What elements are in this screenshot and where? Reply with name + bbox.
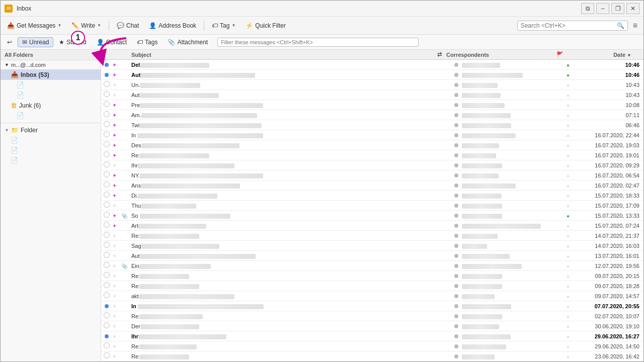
row-check[interactable] bbox=[101, 182, 112, 189]
row-check[interactable] bbox=[101, 121, 112, 129]
row-star[interactable]: ✦ bbox=[112, 303, 121, 310]
row-check[interactable] bbox=[101, 161, 112, 169]
row-check[interactable] bbox=[101, 212, 112, 219]
sidebar-item-other-sub1[interactable]: 📄 bbox=[1, 135, 101, 145]
email-row[interactable]: ✦ Re: ● 02.07.2020, 10:07 bbox=[101, 311, 643, 321]
row-check[interactable] bbox=[101, 352, 112, 360]
row-check[interactable] bbox=[101, 292, 112, 300]
address-book-button[interactable]: 👤 Address Book bbox=[144, 20, 201, 31]
row-star[interactable]: ✦ bbox=[112, 232, 121, 239]
search-icon[interactable]: 🔍 bbox=[617, 22, 624, 29]
row-star[interactable]: ✦ bbox=[112, 313, 121, 320]
row-star[interactable]: ✦ bbox=[112, 102, 121, 109]
row-check[interactable] bbox=[101, 312, 112, 320]
row-star[interactable]: ✦ bbox=[112, 283, 121, 290]
get-messages-button[interactable]: 📥 Get Messages ▼ bbox=[3, 20, 66, 31]
row-star[interactable]: ✦ bbox=[112, 81, 121, 88]
row-check[interactable] bbox=[101, 322, 112, 330]
email-row[interactable]: ✦ Aut ● 13.07.2020, 16:01 bbox=[101, 251, 643, 261]
search-box[interactable]: 🔍 bbox=[517, 21, 628, 31]
email-row[interactable]: ✦ 📎 Ein ● 12.07.2020, 19:56 bbox=[101, 261, 643, 271]
tag-button[interactable]: 🏷 Tag ▼ bbox=[207, 20, 240, 31]
row-check[interactable] bbox=[101, 192, 112, 199]
row-check[interactable] bbox=[101, 111, 112, 119]
row-star[interactable]: ✦ bbox=[112, 132, 121, 139]
row-check[interactable] bbox=[101, 333, 112, 340]
row-check[interactable] bbox=[101, 131, 112, 139]
date-column-header[interactable]: Date ▼ bbox=[565, 52, 635, 58]
row-star[interactable]: ✦ bbox=[112, 293, 121, 300]
email-row[interactable]: ✦ Re: ● 09.07.2020, 18:28 bbox=[101, 281, 643, 291]
row-star[interactable]: ✦ bbox=[112, 202, 121, 209]
date-sort-icon[interactable]: ▼ bbox=[627, 53, 631, 58]
row-star[interactable]: ✦ bbox=[112, 273, 121, 280]
sidebar-item-other[interactable]: ▼ 📁 Folder bbox=[1, 125, 101, 135]
tags-filter-button[interactable]: 🏷 Tags bbox=[132, 37, 162, 47]
row-star[interactable]: ✦ bbox=[112, 112, 121, 119]
row-star[interactable]: ✦ bbox=[112, 353, 121, 360]
row-check[interactable] bbox=[101, 222, 112, 229]
email-row[interactable]: ✦ Des ● 16.07.2020, 19:03 bbox=[101, 140, 643, 150]
close-button[interactable]: ✕ bbox=[626, 3, 639, 14]
sidebar-item-subfolder2[interactable]: 📄 bbox=[1, 90, 101, 100]
email-row[interactable]: ✦ Di. ● 15.07.2020, 18:33 bbox=[101, 191, 643, 201]
email-row[interactable]: ✦ Art ● 15.07.2020, 07:24 bbox=[101, 221, 643, 231]
row-check[interactable] bbox=[101, 71, 112, 78]
row-star[interactable]: ✦ bbox=[112, 92, 121, 99]
row-star[interactable]: ✦ bbox=[112, 182, 121, 189]
row-check[interactable] bbox=[101, 151, 112, 159]
row-star[interactable]: ✦ bbox=[112, 152, 121, 159]
snap-button[interactable]: ⧉ bbox=[581, 3, 594, 14]
row-check[interactable] bbox=[101, 81, 112, 88]
sidebar-item-other-sub2[interactable]: 📄 bbox=[1, 145, 101, 155]
chat-button[interactable]: 💬 Chat bbox=[112, 20, 143, 31]
email-row[interactable]: ✦ Ans ● 16.07.2020, 02:47 bbox=[101, 180, 643, 191]
email-row[interactable]: ✦ Un. ● 10:43 bbox=[101, 80, 643, 90]
row-star[interactable]: ✦ bbox=[112, 323, 121, 330]
email-row[interactable]: ✦ Der ● 30.06.2020, 19:10 bbox=[101, 321, 643, 331]
subject-column-header[interactable]: Subject bbox=[129, 52, 434, 58]
email-row[interactable]: ✦ Del ● 10:46 bbox=[101, 60, 643, 70]
minimize-button[interactable]: – bbox=[596, 3, 609, 14]
row-check[interactable] bbox=[101, 171, 112, 179]
email-row[interactable]: ✦ Thu ● 15.07.2020, 17:09 bbox=[101, 201, 643, 211]
email-row[interactable]: ✦ In ● 07.07.2020, 20:55 bbox=[101, 301, 643, 311]
email-row[interactable]: ✦ NY. ● 16.07.2020, 06:54 bbox=[101, 170, 643, 180]
email-row[interactable]: ✦ Pre ● 10:08 bbox=[101, 100, 643, 110]
email-row[interactable]: ✦ Re: ● 16.07.2020, 19:01 bbox=[101, 150, 643, 160]
email-row[interactable]: ✦ Ihr ● 29.06.2020, 16:27 bbox=[101, 331, 643, 341]
row-check[interactable] bbox=[101, 61, 112, 68]
row-check[interactable] bbox=[101, 252, 112, 259]
row-star[interactable]: ✦ bbox=[112, 343, 121, 350]
search-input[interactable] bbox=[521, 22, 617, 29]
write-button[interactable]: ✏️ Write ▼ bbox=[67, 20, 106, 31]
back-button[interactable]: ↩ bbox=[3, 37, 17, 47]
email-row[interactable]: ✦ Re: ● 23.06.2020, 16:42 bbox=[101, 351, 643, 361]
email-row[interactable]: ✦ Am. ● 07:11 bbox=[101, 110, 643, 120]
email-list[interactable]: ✦ Del ● 10:46 ✦ Aut bbox=[101, 60, 643, 361]
email-row[interactable]: ✦ Re: ● 09.07.2020, 20:15 bbox=[101, 271, 643, 281]
row-star[interactable]: ✦ bbox=[112, 262, 121, 269]
sidebar-item-inbox[interactable]: 📥 Inbox (53) bbox=[1, 69, 101, 80]
row-star[interactable]: ✦ bbox=[112, 252, 121, 259]
email-row[interactable]: ✦ 📎 So ● 15.07.2020, 13:33 bbox=[101, 211, 643, 221]
row-check[interactable] bbox=[101, 242, 112, 249]
contact-filter-button[interactable]: 👤 Contact bbox=[92, 37, 131, 47]
row-star[interactable]: ✦ bbox=[112, 222, 121, 229]
row-check[interactable] bbox=[101, 141, 112, 149]
email-row[interactable]: ✦ Aut ● 10:43 bbox=[101, 90, 643, 100]
email-row[interactable]: ✦ In ● 16.07.2020, 22:44 bbox=[101, 130, 643, 140]
sidebar-item-subfolder1[interactable]: 📄 bbox=[1, 80, 101, 90]
row-check[interactable] bbox=[101, 282, 112, 290]
row-star[interactable]: ✦ bbox=[112, 333, 121, 340]
unread-filter-button[interactable]: ✉ Unread bbox=[18, 37, 53, 47]
row-check[interactable] bbox=[101, 303, 112, 310]
row-star[interactable]: ✦ bbox=[112, 242, 121, 249]
sidebar-item-other-sub3[interactable]: 📄 bbox=[1, 155, 101, 165]
filter-search-input[interactable] bbox=[221, 39, 415, 45]
row-check[interactable] bbox=[101, 262, 112, 269]
email-row[interactable]: ✦ akt ● 09.07.2020, 14:57 bbox=[101, 291, 643, 301]
row-star[interactable]: ✦ bbox=[112, 212, 121, 219]
quick-filter-button[interactable]: ⚡ Quick Filter bbox=[241, 20, 290, 31]
row-star[interactable]: ✦ bbox=[112, 61, 121, 68]
